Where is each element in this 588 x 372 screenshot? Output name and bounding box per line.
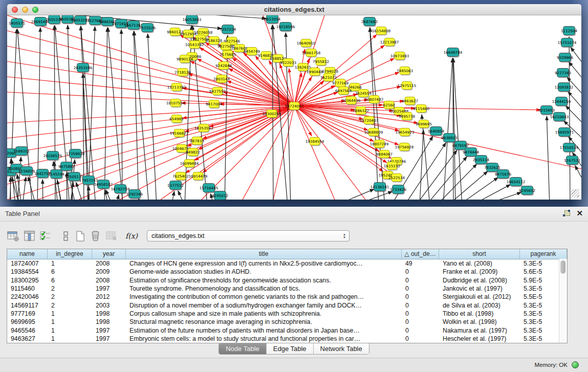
cell-year: 2009 (92, 268, 126, 275)
graph-node-label: 15720407 (360, 118, 379, 123)
window-title: citations_edges.txt (7, 6, 581, 13)
graph-node-label: 9463627 (402, 99, 418, 103)
column-header-name[interactable]: name (7, 249, 48, 259)
graph-node-label: 15751074 (558, 40, 577, 45)
table-row[interactable]: 1872400712008Changes of HCN gene express… (7, 259, 567, 268)
graph-node-label: 9417004 (206, 102, 222, 106)
cell-short: Nakamura et al. (1997) (439, 327, 520, 334)
table-row[interactable]: 946362711997Embryonic stem cells: a mode… (7, 335, 567, 343)
graph-node-label: 15716485 (200, 186, 219, 190)
table-panel-titlebar[interactable]: Table Panel ✕ (0, 207, 588, 222)
memory-status-icon[interactable] (572, 361, 579, 368)
table-row[interactable]: 969969511998Structural magnetic resonanc… (7, 318, 567, 326)
cell-year: 1997 (92, 285, 126, 292)
cell-name: 9463627 (7, 335, 48, 342)
table-row[interactable]: 911546021997Tourette syndrome. Phenomeno… (7, 285, 567, 293)
close-panel-icon[interactable]: ✕ (576, 209, 583, 217)
cell-title: Changes of HCN gene expression and I(f) … (126, 260, 402, 267)
float-panel-icon[interactable] (563, 210, 570, 217)
graph-node-label: 62160 (383, 103, 395, 107)
cell-year: 1997 (92, 327, 126, 334)
graph-node-label: 16210643 (550, 115, 569, 119)
table-row[interactable]: 977716911998Corpus callosum shape and si… (7, 310, 567, 318)
table-row[interactable]: 1938455462009Genome-wide association stu… (7, 268, 567, 276)
graph-node-label: 20364436 (342, 98, 361, 103)
graph-node-label: 10807487 (365, 97, 384, 102)
tab-node-table[interactable]: Node Table (219, 343, 267, 354)
graph-node-label: 7357224 (220, 27, 236, 32)
delete-columns-icon[interactable] (89, 229, 102, 243)
cell-out_de: 0 (402, 268, 439, 275)
delete-table-icon[interactable] (104, 229, 118, 243)
network-view-canvas[interactable]: 1872400798601238912954182260589827509105… (7, 15, 581, 200)
graph-node-label: 19384554 (306, 139, 324, 144)
graph-node-label: 2687682 (361, 19, 378, 24)
column-header-out_de[interactable]: △ out_de… (402, 249, 439, 259)
dropdown-stepper-icon: ▲▼ (340, 233, 349, 239)
graph-node-label: 18226058 (194, 30, 213, 35)
row-mode-icon[interactable] (59, 229, 72, 243)
cell-year: 2003 (92, 302, 126, 309)
column-header-in_degree[interactable]: in_degree (48, 249, 92, 259)
window-resize-grip[interactable] (571, 189, 579, 198)
cell-year: 1998 (92, 310, 126, 317)
graph-node-label: 15692971 (555, 130, 574, 135)
cell-name: 18724007 (7, 260, 48, 267)
select-columns-icon[interactable] (38, 229, 52, 243)
cell-in_degree: 1 (48, 260, 92, 267)
graph-node-label: 9975887 (58, 164, 75, 169)
column-header-pagerank[interactable]: pagerank (520, 249, 567, 259)
table-panel: Table Panel ✕ f(x) citations_edges.txt ▲… (0, 207, 588, 372)
graph-node-label: 1615152 (384, 164, 400, 168)
table-row[interactable]: 1456911722003Disruption of a novel membe… (7, 301, 567, 309)
new-column-icon[interactable] (73, 229, 86, 243)
citation-network-graph[interactable]: 1872400798601238912954182260589827509105… (7, 15, 581, 200)
table-row[interactable]: 2242004622012Investigating the contribut… (7, 293, 567, 301)
graph-node-label: 7625402 (172, 174, 189, 179)
graph-node-label: 8215953 (538, 108, 555, 113)
graph-node-label: 12444159 (552, 99, 571, 104)
function-builder-icon[interactable]: f(x) (125, 229, 138, 243)
column-header-title[interactable]: title (126, 249, 402, 259)
cell-title: Embryonic stem cells: a model to study s… (126, 335, 402, 342)
graph-node-label: 16053803 (183, 17, 202, 22)
cell-name: 22420046 (7, 293, 48, 300)
cell-title: Estimation of the future numbers of pati… (126, 327, 402, 334)
table-row[interactable]: 946554611997Estimation of the future num… (7, 326, 567, 334)
graph-node-label: 1733426 (390, 187, 406, 192)
tab-network-table[interactable]: Network Table (314, 343, 369, 354)
graph-node-label: 949822 (186, 150, 200, 155)
graph-node-label: 18300295 (263, 112, 281, 116)
graph-node-label: 10688809 (364, 130, 383, 135)
table-scrollbar[interactable] (559, 259, 567, 343)
graph-node-label: 16099484 (180, 161, 199, 166)
cell-short: Franke et al. (2009) (439, 268, 520, 275)
graph-node-label: 12093832 (555, 85, 574, 90)
graph-node-label: 9322033 (280, 60, 296, 65)
tab-edge-table[interactable]: Edge Table (267, 343, 314, 354)
table-row[interactable]: 1830029562008Estimation of significance … (7, 276, 567, 285)
graph-node-label: 12213987 (380, 40, 399, 45)
graph-node-label: 654985 (169, 117, 183, 121)
network-window-titlebar[interactable]: citations_edges.txt (7, 4, 581, 15)
cell-year: 2008 (92, 277, 126, 284)
graph-node-label: 9884067 (376, 152, 393, 157)
graph-node-label: 20353346 (74, 65, 93, 70)
show-columns-icon[interactable] (23, 229, 36, 243)
graph-node-label: 19166827 (170, 131, 189, 136)
graph-node-label: 9495738 (399, 114, 415, 119)
table-settings-icon[interactable] (6, 229, 19, 243)
cell-year: 2012 (92, 293, 126, 300)
graph-node-label: 8938923 (441, 136, 458, 140)
cell-short: de Silva et al. (2003) (439, 302, 520, 309)
cell-year: 2008 (92, 260, 126, 267)
cell-in_degree: 2 (48, 285, 92, 292)
graph-node-label: 17016534 (560, 145, 579, 150)
column-header-year[interactable]: year (92, 249, 126, 259)
scrollbar-thumb[interactable] (560, 260, 565, 274)
graph-node-label: 16958107 (94, 182, 113, 187)
column-header-short[interactable]: short (439, 249, 520, 259)
graph-node-label: 8813054 (264, 17, 280, 21)
table-selector-dropdown[interactable]: citations_edges.txt ▲▼ (147, 230, 350, 242)
cell-out_de: 0 (402, 302, 439, 309)
